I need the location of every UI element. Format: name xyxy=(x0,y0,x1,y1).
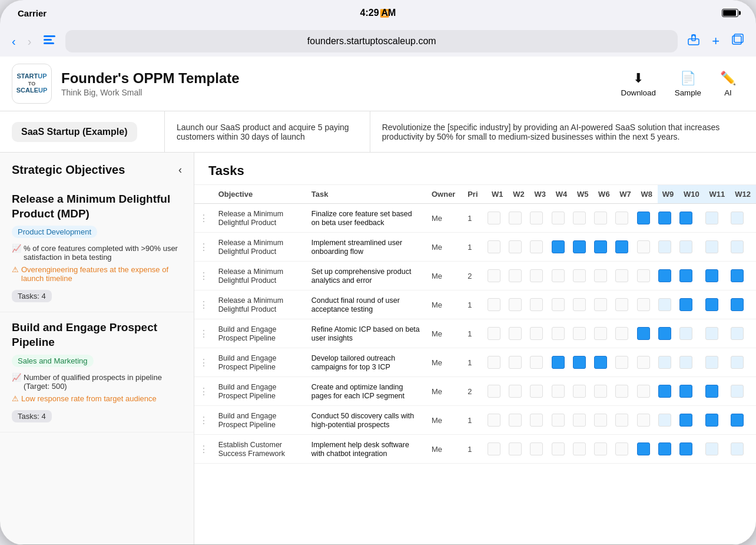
week-cell-7 xyxy=(615,348,636,377)
pri-cell: 1 xyxy=(463,319,487,348)
week-cell-10 xyxy=(679,204,705,233)
week-cell-5 xyxy=(572,406,593,435)
week-cell-11 xyxy=(705,377,731,406)
week-cell-1 xyxy=(487,435,508,464)
forward-button[interactable]: › xyxy=(25,32,34,51)
task-cell: Refine Atomic ICP based on beta user ins… xyxy=(307,319,427,348)
drag-handle[interactable]: ⋮ xyxy=(194,377,214,406)
week-cell-5 xyxy=(572,377,593,406)
week-cell-7 xyxy=(615,204,636,233)
week-cell-10 xyxy=(679,233,705,262)
project-name-badge[interactable]: SaaS Startup (Example) xyxy=(12,122,137,142)
header-titles: Founder's OPPM Template Think Big, Work … xyxy=(61,70,604,97)
week-cell-8 xyxy=(636,319,658,348)
metric-icon-2: 📈 xyxy=(12,373,21,382)
ipad-frame: Carrier 📶 4:29 AM ‹ › founders.startupto… xyxy=(0,0,756,545)
pri-cell: 2 xyxy=(463,377,487,406)
w12-header: W12 xyxy=(730,185,756,204)
week-cell-9 xyxy=(658,435,679,464)
w5-header: W5 xyxy=(572,185,593,204)
week-cell-10 xyxy=(679,319,705,348)
week-cell-8 xyxy=(636,406,658,435)
drag-handle[interactable]: ⋮ xyxy=(194,435,214,464)
week-cell-9 xyxy=(658,290,679,319)
week-cell-12 xyxy=(730,435,756,464)
week-cell-6 xyxy=(593,348,615,377)
drag-handle[interactable]: ⋮ xyxy=(194,406,214,435)
status-bar: Carrier 📶 4:29 AM xyxy=(0,0,756,26)
objective-tag-1: Product Development xyxy=(12,226,97,238)
drag-handle[interactable]: ⋮ xyxy=(194,204,214,233)
objective-cell: Build and Engage Prospect Pipeline xyxy=(214,348,307,377)
pri-cell: 1 xyxy=(463,406,487,435)
pri-cell: 1 xyxy=(463,233,487,262)
warning-icon-1: ⚠ xyxy=(12,265,19,274)
week-cell-11 xyxy=(705,406,731,435)
week-cell-11 xyxy=(705,233,731,262)
header-actions: ⬇ Download 📄 Sample ✏️ AI xyxy=(613,66,744,102)
objective-cell: Release a Minimum Delightful Product xyxy=(214,233,307,262)
ai-label: AI xyxy=(724,88,732,97)
week-cell-5 xyxy=(572,290,593,319)
owner-cell: Me xyxy=(427,233,463,262)
week-cell-7 xyxy=(615,406,636,435)
week-cell-4 xyxy=(551,233,572,262)
week-cell-6 xyxy=(593,406,615,435)
download-button[interactable]: ⬇ Download xyxy=(613,66,664,102)
new-tab-button[interactable]: + xyxy=(709,31,722,52)
week-cell-12 xyxy=(730,204,756,233)
pri-cell: 1 xyxy=(463,204,487,233)
week-cell-6 xyxy=(593,262,615,290)
w9-header: W9 xyxy=(658,185,679,204)
week-cell-6 xyxy=(593,319,615,348)
week-cell-12 xyxy=(730,233,756,262)
share-button[interactable] xyxy=(685,31,702,52)
week-cell-11 xyxy=(705,290,731,319)
drag-handle[interactable]: ⋮ xyxy=(194,290,214,319)
back-button[interactable]: ‹ xyxy=(9,32,18,51)
sidebar-collapse-button[interactable]: ‹ xyxy=(178,164,182,176)
week-cell-3 xyxy=(529,319,551,348)
week-cell-10 xyxy=(679,406,705,435)
objective-warning-2: ⚠ Low response rate from target audience xyxy=(12,394,182,403)
sidebar: Strategic Objectives ‹ Release a Minimum… xyxy=(0,153,194,544)
task-cell: Develop tailored outreach campaigns for … xyxy=(307,348,427,377)
tabs-button[interactable] xyxy=(729,31,747,52)
address-bar[interactable]: founders.startuptoscaleup.com xyxy=(65,30,678,52)
carrier-label: Carrier xyxy=(18,8,47,18)
w11-header: W11 xyxy=(705,185,731,204)
objective-tag-2: Sales and Marketing xyxy=(12,355,94,367)
drag-handle[interactable]: ⋮ xyxy=(194,319,214,348)
week-cell-4 xyxy=(551,290,572,319)
week-cell-1 xyxy=(487,204,508,233)
bookmarks-button[interactable] xyxy=(41,32,58,51)
task-col-header: Task xyxy=(307,185,427,204)
url-text: founders.startuptoscaleup.com xyxy=(307,36,436,47)
week-cell-4 xyxy=(551,435,572,464)
week-cell-3 xyxy=(529,262,551,290)
week-cell-1 xyxy=(487,233,508,262)
sidebar-header: Strategic Objectives ‹ xyxy=(0,153,194,184)
week-cell-9 xyxy=(658,377,679,406)
owner-cell: Me xyxy=(427,348,463,377)
objective-cell: Establish Customer Success Framework xyxy=(214,435,307,464)
week-cell-5 xyxy=(572,233,593,262)
pri-cell: 1 xyxy=(463,290,487,319)
objective-card-1: Release a Minimum Delightful Product (MD… xyxy=(0,184,194,312)
ai-icon: ✏️ xyxy=(720,71,736,86)
task-cell: Implement help desk software with chatbo… xyxy=(307,435,427,464)
week-cell-8 xyxy=(636,204,658,233)
tasks-badge-2: Tasks: 4 xyxy=(12,410,52,422)
week-cell-1 xyxy=(487,377,508,406)
week-cell-2 xyxy=(508,262,529,290)
sample-button[interactable]: 📄 Sample xyxy=(667,66,709,102)
owner-col-header: Owner xyxy=(427,185,463,204)
download-label: Download xyxy=(621,88,656,97)
drag-handle[interactable]: ⋮ xyxy=(194,348,214,377)
ai-button[interactable]: ✏️ AI xyxy=(712,66,744,102)
drag-handle[interactable]: ⋮ xyxy=(194,262,214,290)
week-cell-3 xyxy=(529,435,551,464)
week-cell-1 xyxy=(487,348,508,377)
table-row: ⋮ Build and Engage Prospect Pipeline Dev… xyxy=(194,348,756,377)
drag-handle[interactable]: ⋮ xyxy=(194,233,214,262)
